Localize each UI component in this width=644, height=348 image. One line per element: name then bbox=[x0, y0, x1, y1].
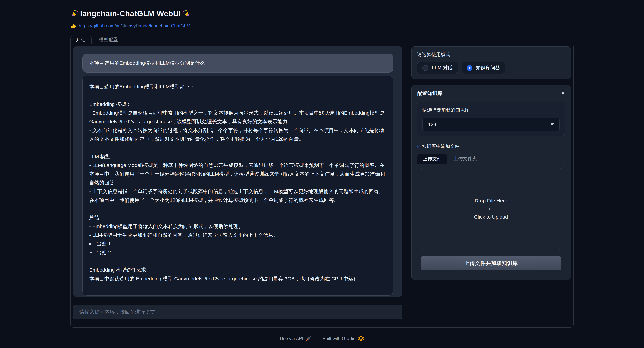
source-details-2[interactable]: ▼ 出处 2 bbox=[89, 248, 386, 257]
dropdown-caret-icon bbox=[550, 123, 554, 126]
radio-llm-chat[interactable]: LLM 对话 bbox=[417, 62, 458, 74]
page-header: langchain-ChatGLM WebUI bbox=[70, 9, 574, 18]
tab-panel: 本项目选用的Embedding模型和LLM模型分别是什么 本项目选用的Embed… bbox=[70, 44, 574, 327]
radio-label: 知识库问答 bbox=[476, 65, 500, 71]
dropzone-line2: - or - bbox=[486, 206, 496, 211]
bot-paragraph: Embedding 模型硬件需求 本项目中默认选用的 Embedding 模型 … bbox=[89, 266, 386, 283]
bot-message: 本项目选用的Embedding模型和LLM模型如下： Embedding 模型：… bbox=[82, 76, 393, 296]
upload-and-load-kb-button[interactable]: 上传文件并加载知识库 bbox=[421, 256, 561, 270]
footer-separator: · bbox=[316, 336, 318, 341]
radio-selected-icon[interactable] bbox=[467, 65, 472, 71]
radio-unselected-icon[interactable] bbox=[422, 65, 428, 71]
main-tabbar: 对话 模型配置 bbox=[70, 36, 574, 44]
accordion-header[interactable]: 配置知识库 ▼ bbox=[417, 90, 565, 97]
dropzone-line3: Click to Upload bbox=[474, 214, 508, 220]
user-message: 本项目选用的Embedding模型和LLM模型分别是什么 bbox=[82, 54, 393, 73]
party-popper-icon bbox=[182, 9, 191, 18]
triangle-down-icon: ▼ bbox=[89, 248, 94, 257]
chat-column: 本项目选用的Embedding模型和LLM模型分别是什么 本项目选用的Embed… bbox=[73, 47, 402, 319]
gradio-footer: Use via API · Built with Gradio bbox=[70, 336, 574, 341]
party-popper-icon bbox=[70, 9, 79, 18]
mode-radio-group: LLM 对话 知识库问答 bbox=[417, 62, 565, 74]
kb-dropdown[interactable]: 123 bbox=[422, 118, 560, 131]
settings-column: 请选择使用模式 LLM 对话 知识库问答 配置知识库 ▼ bbox=[412, 47, 571, 280]
chatbot[interactable]: 本项目选用的Embedding模型和LLM模型分别是什么 本项目选用的Embed… bbox=[73, 47, 402, 297]
mode-select-label: 请选择使用模式 bbox=[417, 51, 565, 58]
source-label: 出处 2 bbox=[96, 248, 111, 257]
kb-dropdown-value: 123 bbox=[428, 122, 550, 127]
github-repo-link[interactable]: https://github.com/imClumsyPanda/langcha… bbox=[79, 23, 190, 29]
source-details-1[interactable]: ▶ 出处 1 bbox=[89, 239, 386, 248]
plug-icon bbox=[306, 336, 311, 341]
mode-select-block: 请选择使用模式 LLM 对话 知识库问答 bbox=[412, 47, 571, 79]
chat-input-block bbox=[73, 304, 402, 319]
source-label: 出处 1 bbox=[96, 239, 111, 248]
chat-input[interactable] bbox=[73, 304, 402, 319]
kb-select-label: 请选择要加载的知识库 bbox=[422, 107, 560, 113]
accordion-caret-icon[interactable]: ▼ bbox=[561, 91, 565, 96]
radio-label: LLM 对话 bbox=[432, 65, 453, 71]
built-with-gradio-link[interactable]: Built with Gradio bbox=[322, 336, 356, 341]
kb-select-box: 请选择要加载的知识库 123 bbox=[417, 102, 565, 136]
kb-config-accordion: 配置知识库 ▼ 请选择要加载的知识库 123 向知识库中添加文件 上传文件 上传… bbox=[412, 85, 571, 280]
bot-paragraph: Embedding 模型： - Embedding模型是自然语言处理中常用的模型… bbox=[89, 100, 386, 143]
upload-tab-panel: Drop File Here - or - Click to Upload 上传… bbox=[417, 164, 565, 275]
accordion-title: 配置知识库 bbox=[417, 90, 442, 97]
thumbs-up-icon bbox=[70, 23, 76, 29]
page-title: langchain-ChatGLM WebUI bbox=[80, 9, 181, 18]
repo-link-row: https://github.com/imClumsyPanda/langcha… bbox=[70, 23, 574, 29]
upload-tabbar: 上传文件 上传文件夹 bbox=[417, 154, 565, 164]
app-container: langchain-ChatGLM WebUI https://github.c… bbox=[70, 0, 574, 341]
gradio-logo-icon bbox=[358, 336, 364, 341]
bot-paragraph: 本项目选用的Embedding模型和LLM模型如下： bbox=[89, 82, 386, 91]
use-via-api-link[interactable]: Use via API bbox=[280, 336, 303, 341]
dropzone-line1: Drop File Here bbox=[474, 198, 507, 204]
tab-upload-folder[interactable]: 上传文件夹 bbox=[447, 154, 483, 164]
bot-paragraph: LLM 模型： - LLM(Language Model)模型是一种基于神经网络… bbox=[89, 152, 386, 205]
tab-upload-file[interactable]: 上传文件 bbox=[417, 154, 447, 164]
triangle-right-icon: ▶ bbox=[89, 239, 94, 248]
tab-chat[interactable]: 对话 bbox=[70, 36, 92, 44]
file-dropzone[interactable]: Drop File Here - or - Click to Upload bbox=[421, 168, 561, 250]
tab-model-config[interactable]: 模型配置 bbox=[92, 36, 125, 44]
bot-paragraph: 总结： - Embedding模型用于将输入的文本转换为向量形式，以便后续处理。… bbox=[89, 213, 386, 239]
radio-knowledge-qa[interactable]: 知识库问答 bbox=[462, 62, 505, 74]
kb-add-file-label: 向知识库中添加文件 bbox=[417, 143, 565, 150]
